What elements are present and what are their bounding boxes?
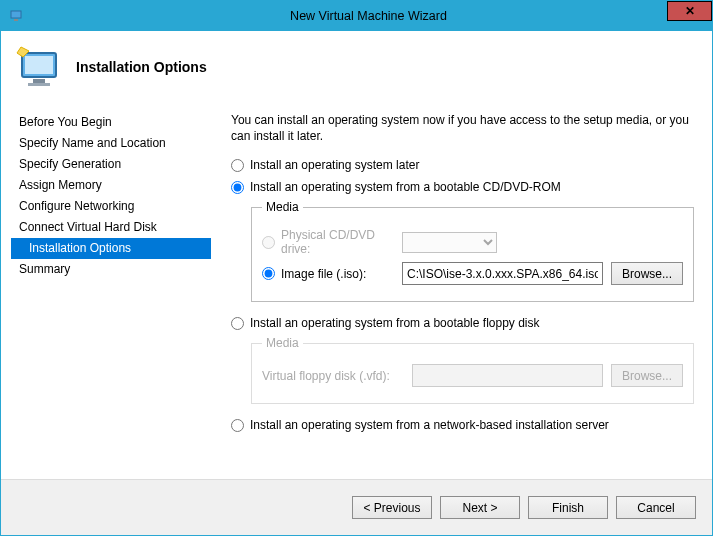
sidebar-item-installation-options[interactable]: Installation Options	[11, 238, 211, 259]
svg-rect-5	[28, 83, 50, 86]
browse-vfd-button: Browse...	[611, 364, 683, 387]
label-floppy: Install an operating system from a boota…	[250, 316, 540, 330]
option-cddvd: Install an operating system from a boota…	[231, 180, 694, 194]
label-install-later: Install an operating system later	[250, 158, 419, 172]
radio-floppy[interactable]	[231, 317, 244, 330]
wizard-footer: < Previous Next > Finish Cancel	[1, 479, 712, 535]
media-floppy-legend: Media	[262, 336, 303, 350]
window-title: New Virtual Machine Wizard	[25, 9, 712, 23]
radio-physical-drive	[262, 236, 275, 249]
app-icon	[9, 8, 25, 24]
physical-drive-row: Physical CD/DVD drive:	[262, 228, 683, 256]
titlebar: New Virtual Machine Wizard ✕	[1, 1, 712, 31]
radio-install-later[interactable]	[231, 159, 244, 172]
label-cddvd: Install an operating system from a boota…	[250, 180, 561, 194]
label-vfd: Virtual floppy disk (.vfd):	[262, 369, 412, 383]
content-area: You can install an operating system now …	[211, 112, 702, 479]
sidebar-item-specify-generation[interactable]: Specify Generation	[11, 154, 211, 175]
svg-rect-1	[14, 19, 18, 21]
physical-drive-select	[402, 232, 497, 253]
media-cd-group: Media Physical CD/DVD drive: Image file …	[251, 200, 694, 302]
physical-drive-option: Physical CD/DVD drive:	[262, 228, 402, 256]
svg-rect-3	[25, 56, 53, 74]
sidebar-item-configure-networking[interactable]: Configure Networking	[11, 196, 211, 217]
radio-iso[interactable]	[262, 267, 275, 280]
radio-network[interactable]	[231, 419, 244, 432]
cancel-button[interactable]: Cancel	[616, 496, 696, 519]
close-button[interactable]: ✕	[667, 1, 712, 21]
next-button[interactable]: Next >	[440, 496, 520, 519]
sidebar-item-connect-vhd[interactable]: Connect Virtual Hard Disk	[11, 217, 211, 238]
close-icon: ✕	[685, 4, 695, 18]
iso-row: Image file (.iso): Browse...	[262, 262, 683, 285]
label-iso: Image file (.iso):	[281, 267, 366, 281]
monitor-icon	[13, 39, 68, 94]
label-network: Install an operating system from a netwo…	[250, 418, 609, 432]
sidebar-item-before-you-begin[interactable]: Before You Begin	[11, 112, 211, 133]
sidebar-item-summary[interactable]: Summary	[11, 259, 211, 280]
finish-button[interactable]: Finish	[528, 496, 608, 519]
label-physical-drive: Physical CD/DVD drive:	[281, 228, 402, 256]
intro-text: You can install an operating system now …	[231, 112, 694, 144]
page-heading: Installation Options	[76, 59, 207, 75]
svg-rect-0	[11, 11, 21, 18]
option-network: Install an operating system from a netwo…	[231, 418, 694, 432]
wizard-body: Before You Begin Specify Name and Locati…	[1, 102, 712, 479]
sidebar-item-specify-name[interactable]: Specify Name and Location	[11, 133, 211, 154]
svg-rect-4	[33, 79, 45, 83]
wizard-window: New Virtual Machine Wizard ✕ Installatio…	[0, 0, 713, 536]
wizard-header: Installation Options	[1, 31, 712, 102]
option-floppy: Install an operating system from a boota…	[231, 316, 694, 330]
vfd-row: Virtual floppy disk (.vfd): Browse...	[262, 364, 683, 387]
step-sidebar: Before You Begin Specify Name and Locati…	[11, 112, 211, 479]
media-cd-legend: Media	[262, 200, 303, 214]
previous-button[interactable]: < Previous	[352, 496, 432, 519]
vfd-path-input	[412, 364, 603, 387]
browse-iso-button[interactable]: Browse...	[611, 262, 683, 285]
radio-cddvd[interactable]	[231, 181, 244, 194]
media-floppy-group: Media Virtual floppy disk (.vfd): Browse…	[251, 336, 694, 404]
iso-path-input[interactable]	[402, 262, 603, 285]
option-install-later: Install an operating system later	[231, 158, 694, 172]
sidebar-item-assign-memory[interactable]: Assign Memory	[11, 175, 211, 196]
iso-option: Image file (.iso):	[262, 267, 402, 281]
